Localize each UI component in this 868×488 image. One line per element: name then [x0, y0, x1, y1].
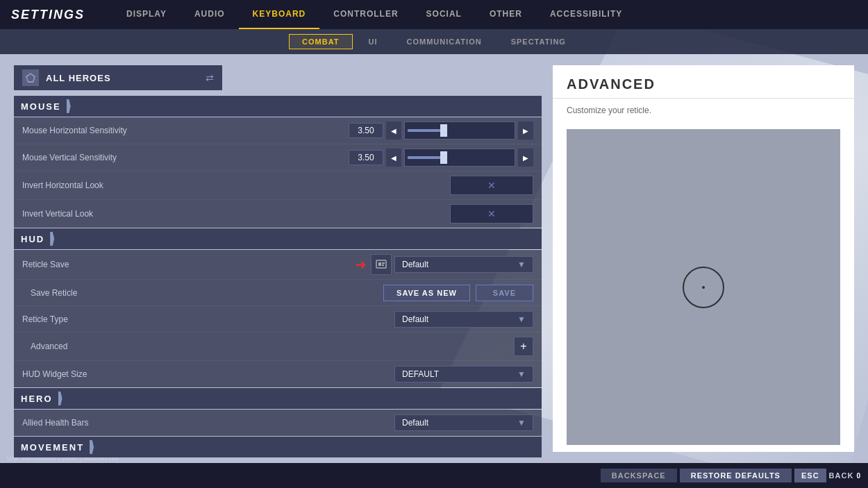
sub-tab-ui[interactable]: UI: [356, 34, 391, 49]
allied-health-control: Default ▼: [394, 414, 533, 431]
save-reticle-label: Save Reticle: [31, 288, 383, 298]
nav-tabs: DISPLAY AUDIO KEYBOARD CONTROLLER SOCIAL…: [112, 0, 636, 29]
mouse-settings: Mouse Horizontal Sensitivity 3.50 ◀ ▶ Mo…: [14, 117, 542, 228]
reticle-dot: [702, 286, 705, 289]
save-reticle-row: Save Reticle SAVE AS NEW SAVE: [14, 280, 542, 306]
save-as-new-button[interactable]: SAVE AS NEW: [383, 285, 470, 301]
sub-tab-communication[interactable]: COMMUNICATION: [394, 34, 495, 49]
allied-health-row: Allied Health Bars Default ▼: [14, 410, 542, 436]
hud-widget-size-control: DEFAULT ▼: [394, 366, 533, 382]
app-title: SETTINGS: [11, 8, 85, 22]
reticle-circle: [683, 267, 724, 308]
hud-widget-size-dropdown[interactable]: DEFAULT ▼: [394, 366, 533, 382]
advanced-row: Advanced +: [14, 333, 542, 361]
allied-health-arrow: ▼: [517, 418, 526, 428]
advanced-plus-btn[interactable]: +: [514, 337, 533, 356]
nav-tab-display[interactable]: DISPLAY: [112, 0, 181, 29]
svg-rect-4: [382, 262, 385, 264]
mouse-h-sensitivity-control: 3.50 ◀ ▶: [349, 121, 533, 140]
esc-button[interactable]: ESC: [794, 469, 826, 482]
reticle-type-label: Reticle Type: [22, 314, 394, 324]
nav-tab-keyboard[interactable]: KEYBOARD: [239, 0, 320, 29]
hud-widget-size-row: HUD Widget Size DEFAULT ▼: [14, 361, 542, 387]
advanced-panel-desc: Customize your reticle.: [553, 99, 854, 122]
nav-tab-social[interactable]: SOCIAL: [412, 0, 476, 29]
bottom-bar: BACKSPACE RESTORE DEFAULTS ESC BACK 0: [0, 463, 868, 488]
svg-rect-5: [382, 264, 384, 266]
top-nav: SETTINGS DISPLAY AUDIO KEYBOARD CONTROLL…: [0, 0, 868, 29]
save-reticle-controls: SAVE AS NEW SAVE: [383, 285, 533, 301]
mouse-h-sensitivity-value: 3.50: [349, 123, 383, 138]
movement-section-header: MOVEMENT: [14, 437, 542, 457]
invert-v-checkbox[interactable]: ✕: [450, 204, 533, 224]
mouse-v-sensitivity-value: 3.50: [349, 150, 383, 165]
invert-v-label: Invert Vertical Look: [22, 209, 450, 219]
right-panel: ADVANCED Customize your reticle.: [553, 65, 854, 452]
allied-health-value: Default: [402, 418, 428, 428]
hero-section-header: HERO: [14, 388, 542, 409]
invert-h-control: ✕: [450, 176, 533, 195]
sub-tab-combat[interactable]: COMBAT: [289, 34, 352, 49]
nav-tab-controller[interactable]: CONTROLLER: [319, 0, 412, 29]
mouse-v-sensitivity-control: 3.50 ◀ ▶: [349, 149, 533, 167]
reticle-type-row: Reticle Type Default ▼: [14, 306, 542, 333]
mouse-v-sensitivity-slider[interactable]: [404, 149, 515, 167]
reticle-type-control: Default ▼: [394, 311, 533, 328]
mouse-h-sensitivity-decrease[interactable]: ◀: [386, 121, 401, 140]
left-panel: ALL HEROES ⇄ MOUSE Mouse Horizontal Sens…: [14, 65, 542, 452]
save-button[interactable]: SAVE: [476, 285, 533, 301]
invert-h-checkbox[interactable]: ✕: [450, 176, 533, 195]
reticle-save-dropdown-value: Default: [402, 260, 428, 269]
allied-health-dropdown[interactable]: Default ▼: [394, 414, 533, 431]
mouse-v-sensitivity-decrease[interactable]: ◀: [386, 149, 401, 167]
reticle-save-label: Reticle Save: [22, 260, 355, 269]
invert-v-row: Invert Vertical Look ✕: [14, 200, 542, 228]
hero-name: ALL HEROES: [46, 73, 206, 83]
arrow-indicator: ➜: [355, 256, 367, 273]
slider-thumb[interactable]: [440, 124, 447, 137]
reticle-type-dropdown[interactable]: Default ▼: [394, 311, 533, 328]
hud-settings: Reticle Save ➜ Default ▼: [14, 250, 542, 387]
hud-widget-size-arrow: ▼: [517, 369, 526, 379]
invert-v-control: ✕: [450, 204, 533, 224]
reticle-preview: [567, 129, 840, 445]
hud-widget-size-value: DEFAULT: [402, 369, 439, 379]
slider-fill: [408, 129, 440, 132]
reticle-icon-btn[interactable]: [371, 254, 392, 275]
hero-selector[interactable]: ALL HEROES ⇄: [14, 65, 222, 90]
sub-nav: COMBAT UI COMMUNICATION SPECTATING: [0, 29, 868, 54]
slider-fill-v: [408, 156, 440, 159]
reticle-save-dropdown[interactable]: Default ▼: [394, 256, 533, 273]
mouse-v-sensitivity-label: Mouse Vertical Sensitivity: [22, 153, 349, 162]
advanced-label: Advanced: [31, 342, 514, 351]
reticle-save-row: Reticle Save ➜ Default ▼: [14, 250, 542, 280]
mouse-v-sensitivity-increase[interactable]: ▶: [518, 149, 533, 167]
hud-widget-size-label: HUD Widget Size: [22, 369, 394, 379]
nav-tab-audio[interactable]: AUDIO: [181, 0, 239, 29]
backspace-button[interactable]: BACKSPACE: [601, 469, 677, 482]
hud-section-header: HUD: [14, 228, 542, 249]
reticle-save-controls: ➜ Default ▼: [355, 254, 533, 275]
invert-h-row: Invert Horizontal Look ✕: [14, 171, 542, 200]
hero-swap-icon: ⇄: [206, 72, 214, 83]
main-content: ALL HEROES ⇄ MOUSE Mouse Horizontal Sens…: [0, 54, 868, 463]
mouse-h-sensitivity-label: Mouse Horizontal Sensitivity: [22, 126, 349, 135]
mouse-v-sensitivity-row: Mouse Vertical Sensitivity 3.50 ◀ ▶: [14, 144, 542, 171]
sub-tab-spectating[interactable]: SPECTATING: [498, 34, 579, 49]
advanced-panel-title: ADVANCED: [553, 65, 854, 99]
mouse-h-sensitivity-slider[interactable]: [404, 121, 515, 140]
hero-icon: [22, 69, 39, 86]
allied-health-label: Allied Health Bars: [22, 418, 394, 428]
reticle-save-dropdown-arrow: ▼: [517, 260, 526, 269]
nav-tab-accessibility[interactable]: ACCESSIBILITY: [536, 0, 636, 29]
mouse-h-sensitivity-increase[interactable]: ▶: [518, 121, 533, 140]
hero-settings: Allied Health Bars Default ▼: [14, 410, 542, 436]
back-label: BACK 0: [829, 471, 861, 480]
restore-defaults-button[interactable]: RESTORE DEFAULTS: [680, 469, 792, 482]
reticle-type-arrow: ▼: [517, 314, 526, 324]
invert-h-label: Invert Horizontal Look: [22, 180, 450, 190]
mouse-section-header: MOUSE: [14, 96, 542, 117]
svg-rect-3: [378, 262, 381, 266]
nav-tab-other[interactable]: OTHER: [476, 0, 536, 29]
slider-thumb-v[interactable]: [440, 151, 447, 164]
